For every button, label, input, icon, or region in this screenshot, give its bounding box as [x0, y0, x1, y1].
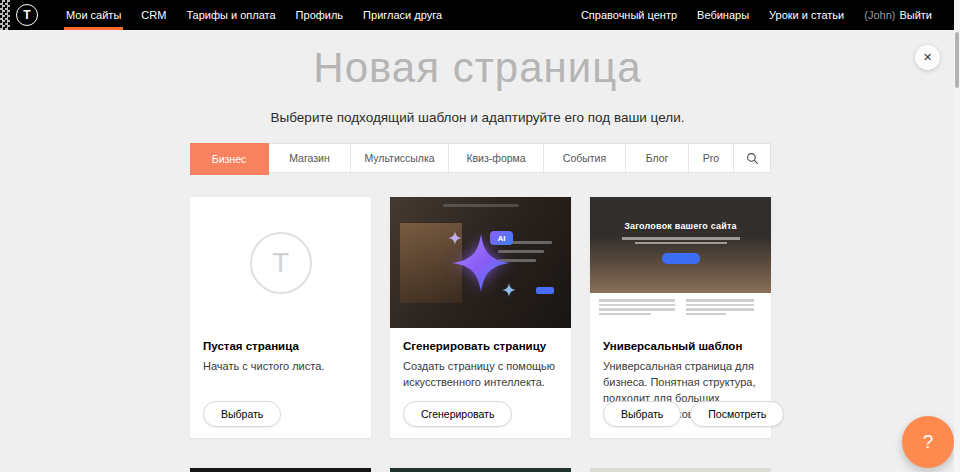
- card-title: Универсальный шаблон: [603, 340, 758, 352]
- main-menu: Мои сайты CRM Тарифы и оплата Профиль Пр…: [56, 0, 452, 30]
- secondary-menu: Справочный центр Вебинары Уроки и статьи…: [571, 0, 942, 30]
- nav-lessons[interactable]: Уроки и статьи: [759, 0, 854, 30]
- nav-my-sites[interactable]: Мои сайты: [56, 0, 131, 30]
- new-page-modal-screen: T Мои сайты CRM Тарифы и оплата Профиль …: [0, 0, 960, 472]
- category-tabs: Бизнес Магазин Мультиссылка Квиз-форма С…: [190, 143, 771, 173]
- tab-quiz-form[interactable]: Квиз-форма: [449, 144, 544, 172]
- nav-webinars[interactable]: Вебинары: [687, 0, 759, 30]
- tab-pro[interactable]: Pro: [689, 144, 734, 172]
- preview-text-line: [599, 304, 675, 307]
- search-icon: [746, 152, 759, 165]
- template-cards-row: T Пустая страница Начать с чистого листа…: [190, 197, 771, 438]
- tab-business[interactable]: Бизнес: [190, 143, 269, 175]
- card-body: Сгенерировать страницу Создать страницу …: [390, 328, 571, 391]
- preview-text-line: [686, 308, 754, 311]
- preview-text-section: [590, 293, 771, 328]
- preview-text-line: [686, 299, 754, 302]
- card-buttons: Выбрать Посмотреть: [603, 401, 784, 427]
- ai-badge: AI: [490, 231, 513, 245]
- tab-blog[interactable]: Блог: [626, 144, 689, 172]
- card-description: Создать страницу с помощью искусственног…: [403, 359, 558, 391]
- card-buttons: Выбрать: [203, 401, 281, 427]
- nav-profile[interactable]: Профиль: [286, 0, 354, 30]
- ai-generate-preview: AI: [390, 197, 571, 328]
- page-subtitle: Выберите подходящий шаблон и адаптируйте…: [0, 110, 955, 125]
- card-title: Пустая страница: [203, 340, 358, 352]
- logout-link[interactable]: (John) Выйти: [854, 0, 942, 30]
- tab-events[interactable]: События: [544, 144, 626, 172]
- preview-nav-line: [443, 204, 519, 207]
- preview-text-line: [599, 308, 675, 311]
- left-edge-pattern: [0, 0, 10, 30]
- scrollbar-thumb[interactable]: [955, 32, 959, 88]
- logout-label: Выйти: [899, 9, 932, 21]
- universal-template-preview: Заголовок вашего сайта: [590, 197, 771, 328]
- template-card-partial[interactable]: [590, 468, 771, 472]
- card-universal-template: Заголовок вашего сайта: [590, 197, 771, 438]
- template-card-partial[interactable]: [390, 468, 571, 472]
- nav-help-center[interactable]: Справочный центр: [571, 0, 687, 30]
- tilda-watermark-icon: T: [250, 232, 312, 294]
- preview-text-line: [599, 299, 675, 302]
- card-body: Пустая страница Начать с чистого листа.: [190, 328, 371, 375]
- nav-crm[interactable]: CRM: [131, 0, 176, 30]
- preview-text-line: [599, 313, 651, 316]
- preview-site-heading: Заголовок вашего сайта: [590, 221, 771, 231]
- preview-text-line: [686, 313, 726, 316]
- page-title: Новая страница: [0, 44, 955, 92]
- small-sparkle-icon: [502, 283, 516, 297]
- preview-hero: Заголовок вашего сайта: [590, 197, 771, 293]
- preview-subtext-line: [635, 242, 727, 245]
- tab-multilink[interactable]: Мультиссылка: [351, 144, 449, 172]
- next-templates-row: [190, 468, 771, 472]
- nav-tariffs[interactable]: Тарифы и оплата: [176, 0, 285, 30]
- choose-blank-button[interactable]: Выбрать: [203, 401, 281, 427]
- card-generate-page: AI Сгенерировать страницу Создать страни…: [390, 197, 571, 438]
- preview-template-button[interactable]: Посмотреть: [690, 401, 784, 427]
- template-card-partial[interactable]: [190, 468, 371, 472]
- card-blank-page: T Пустая страница Начать с чистого листа…: [190, 197, 371, 438]
- nav-invite-friend[interactable]: Пригласи друга: [353, 0, 452, 30]
- card-buttons: Сгенерировать: [403, 401, 512, 427]
- tilda-logo[interactable]: T: [16, 4, 38, 26]
- small-sparkle-icon: [448, 231, 462, 245]
- tab-shop[interactable]: Магазин: [269, 144, 351, 172]
- help-button[interactable]: ?: [902, 416, 954, 468]
- card-description: Начать с чистого листа.: [203, 359, 358, 375]
- card-title: Сгенерировать страницу: [403, 340, 558, 352]
- blank-page-preview: T: [190, 197, 371, 328]
- tab-search[interactable]: [734, 144, 770, 172]
- scrollbar-track: [954, 0, 960, 472]
- choose-template-button[interactable]: Выбрать: [603, 401, 681, 427]
- top-navigation: T Мои сайты CRM Тарифы и оплата Профиль …: [0, 0, 960, 30]
- preview-button-block: [536, 287, 554, 294]
- generate-button[interactable]: Сгенерировать: [403, 401, 512, 427]
- account-user-name: (John): [864, 9, 895, 21]
- preview-subtext-line: [622, 237, 740, 240]
- preview-text-line: [686, 304, 754, 307]
- preview-cta-button-block: [662, 253, 700, 264]
